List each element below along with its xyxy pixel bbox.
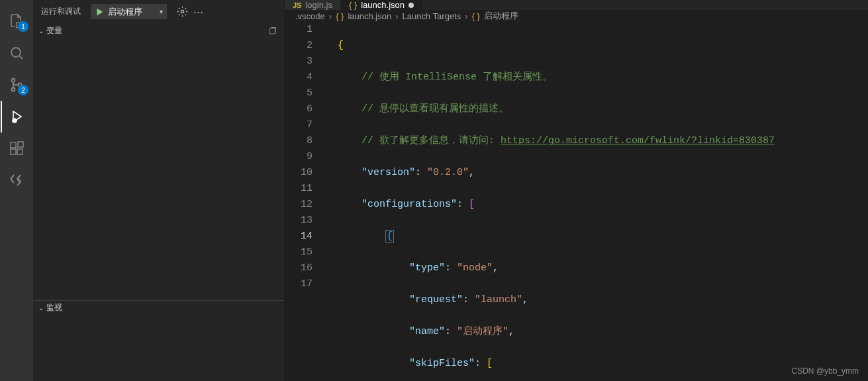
svg-point-9 (181, 10, 183, 13)
activity-bar: 1 2 (0, 0, 33, 381)
modified-indicator (409, 3, 414, 8)
svg-rect-8 (18, 142, 23, 147)
sidebar: 运行和调试 启动程序 ▾ ⋯ ⌄ 变量 ⌄ 监视 (33, 0, 285, 381)
extensions-icon[interactable] (1, 133, 32, 164)
breadcrumb-sep: › (395, 11, 398, 21)
gear-icon[interactable] (177, 6, 188, 17)
breadcrumb-file[interactable]: launch.json (348, 11, 391, 21)
svg-rect-10 (269, 28, 275, 34)
chevron-down-icon: ⌄ (38, 27, 44, 34)
json-file-icon: { } (472, 11, 480, 21)
variables-section[interactable]: ⌄ 变量 (33, 23, 284, 38)
chevron-down-icon: ▾ (160, 8, 163, 15)
scm-badge: 2 (18, 85, 28, 95)
start-debug-icon[interactable] (95, 7, 104, 17)
run-debug-icon[interactable] (1, 101, 32, 133)
remote-icon[interactable] (1, 164, 32, 196)
search-icon[interactable] (1, 37, 32, 69)
svg-point-0 (11, 48, 21, 57)
config-name: 启动程序 (108, 6, 142, 18)
svg-rect-5 (11, 142, 16, 148)
watch-label: 监视 (46, 302, 62, 313)
breadcrumb-section[interactable]: Launch Targets (403, 11, 461, 21)
debug-header: 运行和调试 启动程序 ▾ ⋯ (33, 0, 284, 23)
explorer-icon[interactable]: 1 (1, 5, 32, 37)
js-file-icon: JS (293, 1, 301, 9)
svg-point-1 (12, 79, 15, 82)
tab-login-js[interactable]: JS login.js (285, 0, 341, 10)
svg-rect-7 (17, 149, 23, 154)
launch-config-selector[interactable]: 启动程序 ▾ (90, 3, 168, 20)
tab-bar: JS login.js { } launch.json (285, 0, 868, 10)
editor-area: JS login.js { } launch.json .vscode › { … (285, 0, 868, 381)
explorer-badge: 1 (18, 21, 28, 32)
collapse-icon[interactable] (267, 26, 277, 36)
tab-launch-json[interactable]: { } launch.json (341, 0, 422, 10)
breadcrumb-sep: › (329, 11, 332, 21)
svg-point-2 (12, 88, 15, 91)
breadcrumb-folder[interactable]: .vscode (295, 11, 325, 21)
json-file-icon: { } (336, 11, 344, 21)
tab-label: login.js (305, 0, 332, 10)
watermark: CSDN @ybb_ymm (791, 366, 859, 376)
line-numbers: 1234567891011121314151617 (285, 22, 324, 381)
json-file-icon: { } (349, 0, 357, 10)
breadcrumb-item[interactable]: 启动程序 (484, 10, 518, 22)
code-content[interactable]: { // 使用 IntelliSense 了解相关属性。 // 悬停以查看现有属… (324, 22, 868, 381)
tab-label: launch.json (361, 0, 405, 10)
svg-rect-6 (11, 149, 16, 154)
code-editor[interactable]: 1234567891011121314151617 { // 使用 Intell… (285, 22, 868, 381)
more-icon[interactable]: ⋯ (193, 6, 203, 18)
breadcrumb-sep: › (465, 11, 467, 21)
debug-title: 运行和调试 (41, 6, 81, 17)
breadcrumb[interactable]: .vscode › { } launch.json › Launch Targe… (285, 10, 868, 22)
source-control-icon[interactable]: 2 (1, 69, 32, 101)
watch-section[interactable]: ⌄ 监视 (33, 300, 284, 315)
variables-label: 变量 (46, 25, 62, 36)
chevron-down-icon: ⌄ (38, 304, 44, 311)
